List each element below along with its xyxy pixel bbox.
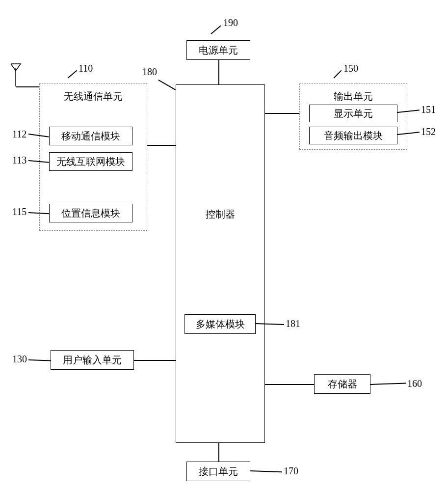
label-wireless-unit: 无线通信单元: [40, 90, 147, 103]
leader-170: [250, 470, 282, 472]
label-audio-output-module: 音频输出模块: [324, 129, 383, 142]
label-multimedia-module: 多媒体模块: [196, 318, 245, 331]
ref-112: 112: [12, 129, 26, 140]
leader-180: [158, 80, 176, 90]
label-memory: 存储器: [328, 378, 357, 391]
ref-150: 150: [343, 63, 358, 74]
conn-controller-interface: [218, 443, 219, 462]
ref-113: 113: [12, 155, 26, 166]
antenna-icon: [10, 63, 22, 87]
label-location-info-module: 位置信息模块: [61, 207, 120, 220]
leader-160: [370, 382, 406, 384]
conn-antenna-wireless: [16, 86, 39, 87]
label-power-unit: 电源单元: [199, 44, 238, 57]
leader-130: [28, 359, 51, 361]
conn-userinput-controller: [134, 360, 176, 361]
block-memory: 存储器: [314, 374, 370, 394]
ref-151: 151: [421, 104, 436, 115]
ref-115: 115: [12, 206, 26, 218]
ref-180: 180: [142, 66, 157, 78]
block-multimedia-module: 多媒体模块: [184, 314, 256, 334]
leader-110: [68, 70, 77, 79]
block-power-unit: 电源单元: [186, 40, 250, 60]
block-controller: 控制器: [176, 84, 265, 443]
conn-controller-memory: [265, 384, 314, 385]
block-audio-output-module: 音频输出模块: [309, 127, 397, 144]
block-wireless-internet-module: 无线互联网模块: [49, 152, 132, 171]
label-mobile-comm-module: 移动通信模块: [61, 130, 120, 143]
ref-181: 181: [286, 318, 300, 329]
label-display-unit: 显示单元: [334, 107, 373, 120]
block-interface-unit: 接口单元: [186, 462, 250, 481]
block-location-info-module: 位置信息模块: [49, 204, 132, 222]
label-interface-unit: 接口单元: [199, 465, 238, 478]
label-controller: 控制器: [206, 208, 235, 221]
ref-190: 190: [223, 17, 238, 28]
label-user-input-unit: 用户输入单元: [63, 354, 122, 367]
conn-power-controller: [218, 60, 219, 84]
conn-wireless-controller: [147, 145, 176, 146]
block-user-input-unit: 用户输入单元: [51, 350, 134, 370]
ref-170: 170: [284, 465, 298, 477]
ref-110: 110: [79, 63, 93, 74]
ref-152: 152: [421, 126, 436, 137]
label-wireless-internet-module: 无线互联网模块: [56, 155, 125, 168]
leader-190: [211, 25, 221, 34]
block-mobile-comm-module: 移动通信模块: [49, 127, 132, 145]
label-output-unit: 输出单元: [300, 90, 407, 103]
leader-150: [333, 70, 342, 79]
block-display-unit: 显示单元: [309, 105, 397, 122]
conn-controller-output: [265, 113, 299, 114]
ref-160: 160: [407, 378, 422, 389]
ref-130: 130: [12, 354, 27, 365]
